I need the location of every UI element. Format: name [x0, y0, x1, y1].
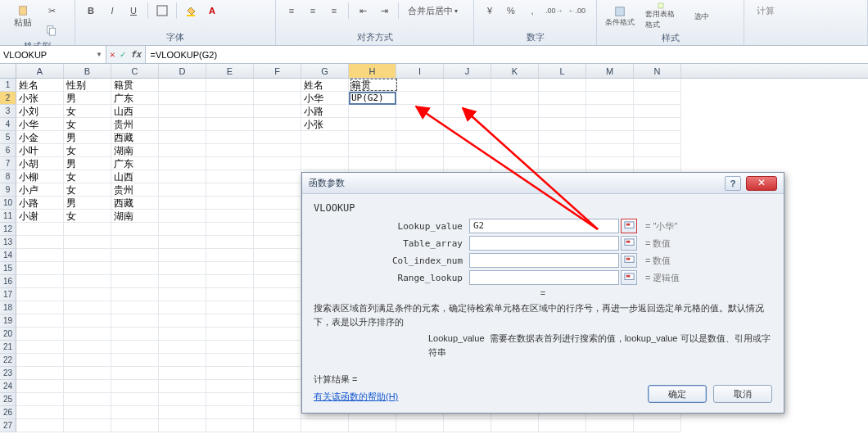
cell-C17[interactable]	[111, 288, 159, 301]
cell-F17[interactable]	[254, 288, 301, 301]
border-button[interactable]	[153, 2, 171, 20]
row-header[interactable]: 19	[0, 314, 16, 328]
column-header-F[interactable]: F	[254, 64, 301, 78]
cell-J7[interactable]	[444, 157, 491, 170]
cell-D11[interactable]	[159, 210, 206, 223]
cell-N1[interactable]	[634, 79, 681, 92]
cell-A15[interactable]	[16, 262, 64, 275]
cell-C8[interactable]: 山西	[111, 170, 159, 183]
cell-J6[interactable]	[444, 144, 491, 157]
cell-E16[interactable]	[206, 275, 254, 288]
cell-F21[interactable]	[254, 341, 301, 354]
cell-F26[interactable]	[254, 406, 301, 419]
inc-decimal-button[interactable]: .00→	[545, 2, 564, 20]
cell-D3[interactable]	[159, 105, 206, 118]
cell-E6[interactable]	[206, 144, 254, 157]
cell-B7[interactable]: 男	[64, 157, 111, 170]
cell-I5[interactable]	[396, 131, 444, 144]
cell-L27[interactable]	[539, 419, 586, 432]
cell-C14[interactable]	[111, 249, 159, 262]
cell-C19[interactable]	[111, 314, 159, 328]
cell-B9[interactable]: 女	[64, 183, 111, 197]
cell-J27[interactable]	[444, 419, 491, 432]
cell-I7[interactable]	[396, 157, 444, 170]
cond-format-button[interactable]: 条件格式	[604, 2, 636, 31]
column-header-H[interactable]: H	[349, 64, 396, 78]
arg-input-lookup_value[interactable]: G2	[469, 219, 619, 233]
cell-A14[interactable]	[16, 249, 64, 262]
cell-D4[interactable]	[159, 118, 206, 131]
cell-C5[interactable]: 西藏	[111, 131, 159, 144]
cell-A22[interactable]	[16, 354, 64, 367]
cell-A12[interactable]	[16, 223, 64, 236]
cell-A4[interactable]: 小华	[16, 118, 64, 131]
cell-A16[interactable]	[16, 275, 64, 288]
cell-D15[interactable]	[159, 262, 206, 275]
cell-C7[interactable]: 广东	[111, 157, 159, 170]
cell-A23[interactable]	[16, 367, 64, 380]
formula-input[interactable]: =VLOOKUP(G2)	[146, 46, 869, 63]
column-header-K[interactable]: K	[491, 64, 539, 78]
cell-F4[interactable]	[254, 118, 301, 131]
cell-B15[interactable]	[64, 262, 111, 275]
paste-button[interactable]: 粘贴	[7, 2, 39, 31]
row-header[interactable]: 10	[0, 197, 16, 210]
cell-A21[interactable]	[16, 341, 64, 354]
row-header[interactable]: 22	[0, 354, 16, 367]
cell-B1[interactable]: 性别	[64, 79, 111, 92]
cell-G5[interactable]	[301, 131, 349, 144]
row-header[interactable]: 4	[0, 118, 16, 131]
cell-J1[interactable]	[444, 79, 491, 92]
cell-D10[interactable]	[159, 197, 206, 210]
cell-C3[interactable]: 山西	[111, 105, 159, 118]
row-header[interactable]: 5	[0, 131, 16, 144]
cell-F9[interactable]	[254, 183, 301, 197]
cell-F10[interactable]	[254, 197, 301, 210]
cell-F1[interactable]	[254, 79, 301, 92]
cell-C6[interactable]: 湖南	[111, 144, 159, 157]
copy-button[interactable]	[43, 21, 61, 39]
row-header[interactable]: 21	[0, 341, 16, 354]
cell-F23[interactable]	[254, 367, 301, 380]
cell-N4[interactable]	[634, 118, 681, 131]
cell-D21[interactable]	[159, 341, 206, 354]
cell-G2[interactable]: 小华	[301, 92, 349, 105]
cell-B20[interactable]	[64, 328, 111, 341]
cell-F15[interactable]	[254, 262, 301, 275]
cell-H4[interactable]	[349, 118, 396, 131]
chevron-down-icon[interactable]: ▼	[96, 51, 102, 58]
cell-A19[interactable]	[16, 314, 64, 328]
cell-K5[interactable]	[491, 131, 539, 144]
cell-E12[interactable]	[206, 223, 254, 236]
cell-I27[interactable]	[396, 419, 444, 432]
cell-B27[interactable]	[64, 419, 111, 432]
cell-A24[interactable]	[16, 380, 64, 393]
cell-D25[interactable]	[159, 393, 206, 406]
cell-H6[interactable]	[349, 144, 396, 157]
cell-F16[interactable]	[254, 275, 301, 288]
cell-C1[interactable]: 籍贯	[111, 79, 159, 92]
cell-K1[interactable]	[491, 79, 539, 92]
cell-J2[interactable]	[444, 92, 491, 105]
cell-D19[interactable]	[159, 314, 206, 328]
column-header-A[interactable]: A	[16, 64, 64, 78]
merge-button[interactable]: 合并后居中▾	[404, 2, 462, 20]
cell-B21[interactable]	[64, 341, 111, 354]
cell-C23[interactable]	[111, 367, 159, 380]
ok-button[interactable]: 确定	[648, 385, 707, 403]
cell-H7[interactable]	[349, 157, 396, 170]
cell-N27[interactable]	[634, 419, 681, 432]
range-select-button[interactable]	[621, 236, 637, 251]
cell-L6[interactable]	[539, 144, 586, 157]
cell-F18[interactable]	[254, 301, 301, 314]
fx-button[interactable]: fx	[130, 49, 141, 60]
cell-E1[interactable]	[206, 79, 254, 92]
cell-H1[interactable]: 籍贯	[349, 79, 396, 92]
cell-F19[interactable]	[254, 314, 301, 328]
cell-F25[interactable]	[254, 393, 301, 406]
cell-L2[interactable]	[539, 92, 586, 105]
cell-A9[interactable]: 小卢	[16, 183, 64, 197]
range-select-button[interactable]	[621, 253, 637, 268]
cell-D5[interactable]	[159, 131, 206, 144]
row-header[interactable]: 17	[0, 288, 16, 301]
